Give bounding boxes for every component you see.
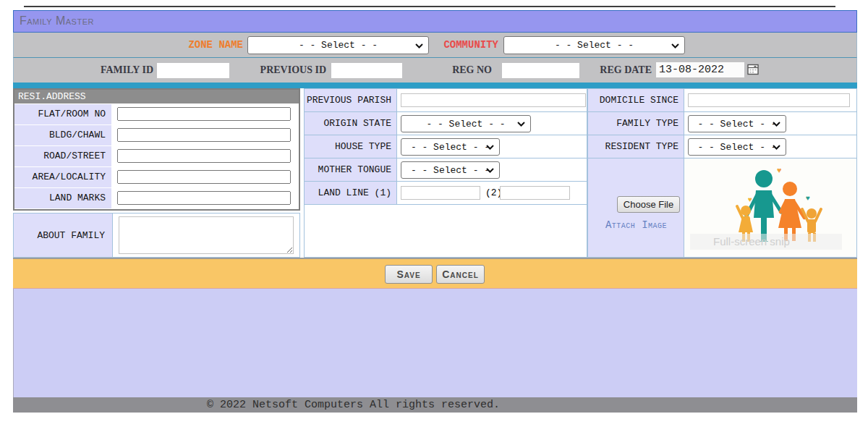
previous-parish-label: PREVIOUS PARISH bbox=[305, 89, 397, 111]
bldg-chawl-label: BLDG/CHAWL bbox=[14, 125, 111, 145]
family-id-input[interactable] bbox=[157, 63, 229, 78]
community-label: COMMUNITY bbox=[437, 33, 498, 58]
resi-address-header: RESI.ADDRESS bbox=[14, 90, 299, 103]
chevron-down-icon bbox=[486, 168, 494, 173]
family-master-window: Family Master ZONE NAME - - Select - - C… bbox=[13, 10, 857, 413]
zone-community-row: ZONE NAME - - Select - - COMMUNITY - - S… bbox=[13, 33, 857, 58]
address-row: AREA/LOCALITY bbox=[14, 166, 299, 187]
action-bar: Save Cancel bbox=[13, 259, 857, 289]
bottom-spacer bbox=[13, 289, 857, 397]
copyright-text: © 2022 Netsoft Computers All rights rese… bbox=[13, 397, 857, 413]
mother-tongue-select[interactable]: - - Select - - bbox=[401, 161, 500, 179]
previous-parish-input[interactable] bbox=[401, 93, 586, 107]
land-line-row: LAND LINE (1) (2) bbox=[304, 181, 587, 205]
chevron-down-icon bbox=[486, 145, 494, 150]
zone-name-select[interactable]: - - Select - - bbox=[247, 36, 429, 54]
land-line-1-input[interactable] bbox=[401, 186, 480, 200]
house-type-select[interactable]: - - Select - - bbox=[401, 138, 500, 156]
reg-date-field[interactable]: 13-08-2022 bbox=[656, 62, 744, 77]
flat-room-no-label: FLAT/ROOM NO bbox=[14, 104, 111, 124]
chevron-down-icon bbox=[773, 145, 780, 150]
family-image: ♥ ♥ ♥ Full-screen snip bbox=[684, 158, 856, 255]
house-type-row: HOUSE TYPE - - Select - - bbox=[304, 135, 587, 158]
family-type-row: FAMILY TYPE - - Select - - bbox=[587, 111, 857, 135]
heart-icon: ♥ bbox=[748, 195, 752, 203]
resi-address-section: RESI.ADDRESS FLAT/ROOM NO BLDG/CHAWL ROA… bbox=[13, 88, 300, 211]
family-type-select-value: - - Select - - bbox=[697, 119, 776, 130]
domicile-since-row: DOMICILE SINCE bbox=[587, 88, 857, 112]
chevron-down-icon bbox=[671, 43, 679, 48]
area-locality-input[interactable] bbox=[117, 170, 291, 184]
land-marks-input[interactable] bbox=[117, 191, 291, 205]
family-photo-cell: ♥ ♥ ♥ Full-screen snip bbox=[684, 158, 856, 257]
resident-type-label: RESIDENT TYPE bbox=[588, 135, 684, 158]
address-row: FLAT/ROOM NO bbox=[14, 103, 299, 124]
land-line-2-input[interactable] bbox=[500, 186, 570, 200]
previous-id-input[interactable] bbox=[331, 63, 402, 78]
title-bar: Family Master bbox=[13, 10, 857, 33]
road-street-label: ROAD/STREET bbox=[14, 146, 111, 166]
about-family-label: ABOUT FAMILY bbox=[14, 214, 113, 257]
empty-cell bbox=[304, 204, 587, 258]
attach-cell: Choose File Attach Image bbox=[588, 158, 684, 257]
reg-date-label: REG DATE bbox=[579, 58, 652, 83]
reg-no-label: REG NO bbox=[420, 58, 492, 83]
family-type-select[interactable]: - - Select - - bbox=[688, 115, 786, 132]
heart-icon: ♥ bbox=[806, 194, 810, 202]
road-street-input[interactable] bbox=[117, 149, 291, 163]
reg-no-input[interactable] bbox=[502, 63, 579, 78]
address-row: ROAD/STREET bbox=[14, 145, 299, 166]
origin-state-select-value: - - Select - - bbox=[426, 119, 505, 130]
area-locality-label: AREA/LOCALITY bbox=[14, 167, 111, 187]
domicile-since-input[interactable] bbox=[688, 93, 850, 107]
teal-divider bbox=[13, 83, 857, 88]
address-row: BLDG/CHAWL bbox=[14, 124, 299, 145]
previous-parish-row: PREVIOUS PARISH bbox=[304, 88, 587, 112]
origin-state-label: ORIGIN STATE bbox=[305, 112, 397, 135]
land-marks-label: LAND MARKS bbox=[14, 188, 111, 208]
house-type-label: HOUSE TYPE bbox=[305, 135, 397, 158]
page-title: Family Master bbox=[14, 11, 856, 31]
about-family-row: ABOUT FAMILY bbox=[13, 213, 300, 258]
house-type-select-value: - - Select - - bbox=[411, 142, 490, 153]
family-id-label: FAMILY ID bbox=[81, 58, 153, 83]
family-type-label: FAMILY TYPE bbox=[588, 112, 684, 135]
about-family-textarea[interactable] bbox=[119, 216, 294, 254]
resident-type-select[interactable]: - - Select - - bbox=[688, 138, 786, 156]
mother-tongue-label: MOTHER TONGUE bbox=[305, 158, 397, 181]
mother-tongue-select-value: - - Select - - bbox=[411, 165, 490, 176]
resident-type-select-value: - - Select - - bbox=[697, 142, 776, 153]
origin-state-row: ORIGIN STATE - - Select - - bbox=[304, 111, 587, 135]
cancel-button[interactable]: Cancel bbox=[436, 265, 485, 284]
zone-name-label: ZONE NAME bbox=[171, 33, 243, 58]
family-photo-watermark: Full-screen snip bbox=[713, 235, 790, 248]
chevron-down-icon bbox=[773, 122, 780, 127]
previous-id-label: PREVIOUS ID bbox=[254, 58, 326, 83]
address-row: LAND MARKS bbox=[14, 187, 299, 208]
attach-image-row: Choose File Attach Image bbox=[587, 158, 857, 258]
footer-bar: © 2022 Netsoft Computers All rights rese… bbox=[13, 397, 857, 413]
origin-state-select[interactable]: - - Select - - bbox=[401, 115, 531, 132]
chevron-down-icon bbox=[415, 43, 423, 48]
flat-room-no-input[interactable] bbox=[117, 107, 291, 121]
community-select[interactable]: - - Select - - bbox=[503, 36, 685, 54]
chevron-down-icon bbox=[517, 122, 525, 127]
attach-image-label: Attach Image bbox=[588, 219, 684, 231]
land-line-label: LAND LINE (1) bbox=[305, 182, 397, 204]
calendar-icon[interactable] bbox=[747, 64, 760, 75]
zone-name-select-value: - - Select - - bbox=[299, 40, 378, 51]
heart-icon: ♥ bbox=[777, 166, 782, 174]
choose-file-button[interactable]: Choose File bbox=[617, 196, 680, 213]
bldg-chawl-input[interactable] bbox=[117, 128, 291, 142]
window-top-border bbox=[24, 6, 835, 7]
community-select-value: - - Select - - bbox=[555, 40, 634, 51]
save-button[interactable]: Save bbox=[385, 265, 433, 284]
mother-tongue-row: MOTHER TONGUE - - Select - - bbox=[304, 158, 587, 182]
id-reg-row: FAMILY ID PREVIOUS ID REG NO REG DATE 13… bbox=[13, 58, 857, 83]
domicile-since-label: DOMICILE SINCE bbox=[588, 89, 684, 111]
resident-type-row: RESIDENT TYPE - - Select - - bbox=[587, 135, 857, 158]
